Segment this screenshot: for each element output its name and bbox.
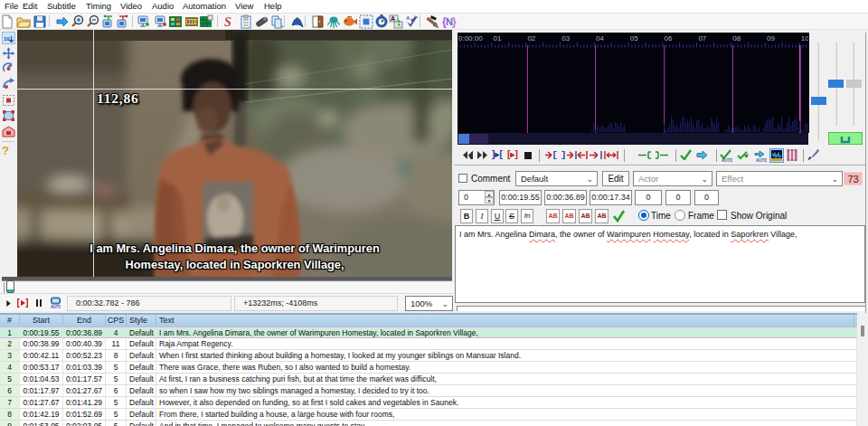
svg-text:S: S bbox=[224, 15, 231, 29]
svg-text:AUTO: AUTO bbox=[722, 158, 732, 162]
svg-text:05: 05 bbox=[630, 34, 638, 43]
svg-text:03: 03 bbox=[561, 34, 570, 43]
svg-text:}: } bbox=[452, 15, 457, 28]
svg-text:06: 06 bbox=[665, 34, 673, 43]
svg-text:AUTO: AUTO bbox=[756, 158, 767, 162]
svg-text:AUTO: AUTO bbox=[51, 305, 61, 309]
svg-text:01: 01 bbox=[494, 34, 502, 43]
svg-text:A: A bbox=[391, 15, 395, 22]
svg-text:0:00:00: 0:00:00 bbox=[458, 34, 483, 43]
svg-text:10: 10 bbox=[801, 34, 808, 43]
svg-text:10: 10 bbox=[4, 36, 10, 42]
svg-text:08: 08 bbox=[732, 34, 741, 43]
svg-text:09: 09 bbox=[767, 34, 775, 43]
svg-text:A: A bbox=[406, 15, 410, 21]
svg-text:02: 02 bbox=[527, 34, 535, 43]
svg-text:07: 07 bbox=[698, 34, 706, 43]
svg-text:04: 04 bbox=[596, 34, 604, 43]
